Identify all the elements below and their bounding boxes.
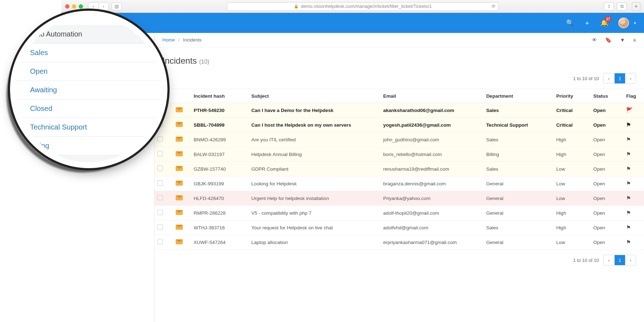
flag-icon[interactable]: ⚑ [623,162,644,176]
cell-subject[interactable]: V5 - compatibility with php 7 [249,206,380,220]
reload-icon[interactable]: ⟳ [492,4,496,9]
cell-department: General [483,191,553,206]
col-priority[interactable]: Priority [553,89,591,103]
cell-priority: High [553,220,591,235]
lens-item-sales[interactable]: Sales [16,44,162,62]
table-row[interactable]: HLFD-426470Urgent Help for helpdesk inst… [155,191,644,206]
flag-icon[interactable]: ⚑ [623,147,644,162]
add-button[interactable]: ＋ [584,19,590,27]
close-window-button[interactable] [65,4,69,9]
cell-subject[interactable]: Your request for Helpdesk on live chat [249,220,380,235]
pager-page-1[interactable]: 1 [614,73,625,83]
cell-subject[interactable]: Can I host the Helpdesk on my own server… [249,118,380,132]
pager-next-bottom[interactable]: › [625,255,636,265]
minimize-window-button[interactable] [72,4,76,9]
cell-hash: BALW-032197 [191,147,248,162]
cell-email: Priyanka@yahoo.com [380,191,483,206]
cell-department: General [483,176,553,191]
cell-priority: Critical [553,118,591,132]
cell-status: Open [590,176,623,191]
row-checkbox[interactable] [157,180,163,186]
cell-hash: XUWF-547264 [191,235,248,250]
menu-icon[interactable]: ≡ [633,37,636,43]
cell-department: Sales [483,162,553,176]
cell-email: yogesh.patil2436@gmail.com [380,118,483,132]
row-checkbox[interactable] [157,210,163,215]
bookmark-icon[interactable]: 🔖 [605,37,612,43]
table-row[interactable]: RMPR-286228V5 - compatibility with php 7… [155,206,644,220]
col-hash[interactable]: Incident hash [191,89,248,103]
chevron-down-icon[interactable]: ▾ [634,21,636,25]
pager-next[interactable]: › [625,73,636,83]
col-subject[interactable]: Subject [249,89,380,103]
cell-subject[interactable]: GDPR Compliant [249,162,380,176]
flag-icon[interactable]: ⚑ [623,235,644,250]
filter-icon[interactable]: ▼ [620,37,625,43]
table-row[interactable]: BNMO-426289Are you ITIL certifiedjohn_gu… [155,132,644,147]
table-row[interactable]: GBJK-993199Looking for Helpdeskbraganza.… [155,176,644,191]
cell-subject[interactable]: Helpdesk Annual Billing [249,147,380,162]
sidebar-toggle-button[interactable]: ▥ [112,3,122,10]
lens-item-solo-automation[interactable]: Solo Automation [16,25,162,44]
new-tab-button[interactable]: + [632,2,640,11]
cell-subject[interactable]: Looking for Helpdesk [249,176,380,191]
col-flag[interactable]: Flag [623,89,644,103]
pager-bottom-ctrl: ‹ 1 › [603,255,636,265]
page-title-text: Incidents [162,56,197,65]
cell-status: Open [590,162,623,176]
cell-department: General [483,235,553,250]
lens-item-open[interactable]: Open [16,62,162,81]
col-department[interactable]: Department [483,89,553,103]
notifications-icon[interactable]: 🔔 17 [600,19,608,27]
cell-hash: SBBL-704899 [191,118,248,132]
table-row[interactable]: GZBW-157740GDPR Compliantrenusharma19@re… [155,162,644,176]
breadcrumb-current: Incidents [183,37,202,43]
row-checkbox[interactable] [157,239,163,244]
cell-subject[interactable]: Laptop allocation [249,235,380,250]
page-title: Incidents (10) [155,47,644,68]
cell-department: General [483,206,553,220]
flag-icon[interactable]: ⚑ [623,132,644,147]
back-button[interactable]: ‹ [88,3,98,10]
flag-icon[interactable]: ⚑ [623,191,644,206]
flag-icon[interactable]: ⚑ [623,206,644,220]
envelope-icon [176,239,183,244]
table-row[interactable]: XUWF-547264Laptop allocationerpriyankash… [155,235,644,250]
col-email[interactable]: Email [380,89,483,103]
flag-icon[interactable]: ⚑ [623,118,644,132]
table-row[interactable]: WTHJ-363716Your request for Helpdesk on … [155,220,644,235]
table-row[interactable]: PTHR-549230Can I have a Demo for the Hel… [155,103,644,118]
tabs-button[interactable]: ⧉ [617,3,627,10]
table-row[interactable]: BALW-032197Helpdesk Annual Billingboris_… [155,147,644,162]
forward-button[interactable]: › [98,3,108,10]
flag-icon[interactable]: ⚑ [623,176,644,191]
col-status[interactable]: Status [590,89,623,103]
main: Home / Incidents 👁 🔖 ▼ ≡ Incidents (10) … [155,33,644,322]
cell-priority: Critical [553,103,591,118]
watch-icon[interactable]: 👁 [592,37,597,43]
cell-subject[interactable]: Are you ITIL certified [249,132,380,147]
avatar[interactable] [618,18,629,28]
cell-subject[interactable]: Can I have a Demo for the Helpdesk [249,103,380,118]
pager-prev[interactable]: ‹ [604,73,614,83]
table-row[interactable]: SBBL-704899Can I host the Helpdesk on my… [155,118,644,132]
view-actions: 👁 🔖 ▼ ≡ [592,37,636,43]
flag-icon[interactable]: ⚑ [623,220,644,235]
search-icon[interactable]: 🔍 [566,19,574,27]
cell-subject[interactable]: Urgent Help for helpdesk installation [249,191,380,206]
lens-item-closed[interactable]: Closed [16,99,162,118]
lens-item-awaiting[interactable]: Awaiting [16,81,162,99]
pager-top: 1 to 10 of 10 ‹ 1 › [155,68,644,89]
pager-prev-bottom[interactable]: ‹ [604,255,614,265]
pager-page-1-bottom[interactable]: 1 [614,255,625,265]
share-button[interactable]: ⇪ [604,3,614,10]
lens-item-technical-support[interactable]: Technical Support [16,118,162,137]
maximize-window-button[interactable] [79,4,83,9]
flag-icon[interactable]: 🚩 [623,103,644,118]
url-field[interactable]: 🔒 demo.visionhelpdesk.com/manage/#/ticke… [227,2,499,11]
cell-hash: WTHJ-363716 [191,220,248,235]
row-checkbox[interactable] [157,224,163,230]
row-checkbox[interactable] [157,195,163,200]
envelope-icon [176,181,183,186]
envelope-icon [176,195,183,200]
